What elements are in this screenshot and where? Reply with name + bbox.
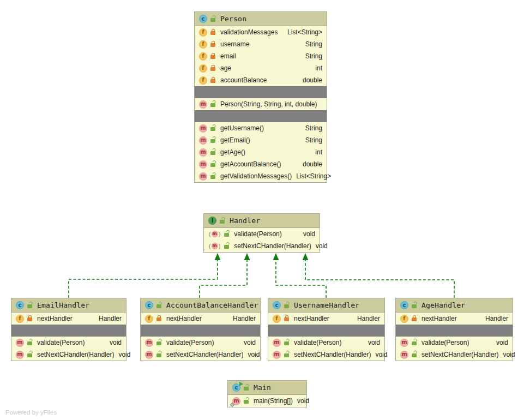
public-lock-icon bbox=[27, 304, 32, 308]
member-row[interactable]: (m)setNextCHandler(Handler)void bbox=[204, 240, 320, 252]
inheritance-edge-EmailHandler-implements-Handler[interactable] bbox=[69, 260, 218, 298]
member-row[interactable]: fnextHandlerHandler bbox=[268, 313, 384, 325]
member-row[interactable]: mmain(String[])void bbox=[228, 395, 306, 407]
yfiles-link[interactable]: yFiles bbox=[40, 409, 57, 416]
inheritance-edge-AccountBalanceHandler-implements-Handler[interactable] bbox=[200, 260, 247, 298]
member-type: String bbox=[301, 124, 322, 132]
method-icon: m bbox=[400, 351, 408, 359]
field-icon: f bbox=[199, 64, 207, 73]
member-row[interactable]: (m)validate(Person)void bbox=[204, 228, 320, 240]
member-row[interactable]: mgetAccountBalance()double bbox=[195, 158, 327, 170]
member-row[interactable]: msetNextCHandler(Handler)void bbox=[141, 349, 260, 361]
member-type: List<String> bbox=[292, 172, 331, 180]
member-name: Person(String, String, int, double) bbox=[220, 100, 317, 108]
member-type: double bbox=[298, 76, 322, 84]
member-type: int bbox=[311, 64, 322, 72]
member-row[interactable]: mgetAge()int bbox=[195, 146, 327, 158]
member-row[interactable]: fageint bbox=[195, 62, 327, 74]
class-icon: c bbox=[16, 301, 24, 309]
node-header: cAccountBalanceHandler bbox=[141, 298, 260, 313]
member-letter: f bbox=[400, 315, 408, 323]
member-row[interactable]: mPerson(String, String, int, double) bbox=[195, 98, 327, 110]
member-row[interactable]: mvalidate(Person)void bbox=[268, 337, 384, 349]
member-name: setNextCHandler(Handler) bbox=[37, 351, 114, 358]
member-row[interactable]: msetNextCHandler(Handler)void bbox=[396, 349, 513, 361]
type-letter: c bbox=[199, 15, 207, 23]
member-letter: m bbox=[273, 339, 281, 347]
public-lock-icon bbox=[156, 353, 161, 357]
member-row[interactable]: mgetValidationMessages()List<String> bbox=[195, 170, 327, 182]
node-title: EmailHandler bbox=[37, 301, 89, 309]
member-row[interactable]: mvalidate(Person)void bbox=[141, 337, 260, 349]
member-row[interactable]: msetNextCHandler(Handler)void bbox=[268, 349, 384, 361]
inheritance-edge-AgeHandler-implements-Handler[interactable] bbox=[305, 260, 454, 298]
private-lock-icon bbox=[412, 317, 417, 321]
section-separator bbox=[396, 325, 513, 337]
node-Handler[interactable]: IHandler(m)validate(Person)void(m)setNex… bbox=[203, 213, 320, 253]
powered-by-text: Powered by bbox=[5, 409, 40, 416]
member-letter: m bbox=[400, 339, 408, 347]
member-type: void bbox=[239, 339, 256, 346]
member-row[interactable]: fvalidationMessagesList<String> bbox=[195, 26, 327, 38]
field-icon: f bbox=[199, 76, 207, 85]
member-row[interactable]: mgetEmail()String bbox=[195, 134, 327, 146]
member-type: String bbox=[301, 40, 322, 48]
member-row[interactable]: fusernameString bbox=[195, 38, 327, 50]
node-title: Main bbox=[254, 383, 271, 392]
run-arrow-icon bbox=[239, 382, 243, 386]
member-type: List<String> bbox=[283, 28, 322, 36]
inheritance-edge-UsernameHandler-implements-Handler[interactable] bbox=[276, 260, 326, 298]
member-letter: m bbox=[199, 160, 207, 169]
paren-open: ( bbox=[209, 243, 211, 249]
node-UsernameHandler[interactable]: cUsernameHandlerfnextHandlerHandlermvali… bbox=[268, 298, 385, 361]
member-row[interactable]: mvalidate(Person)void bbox=[11, 337, 126, 349]
member-name: nextHandler bbox=[166, 315, 202, 322]
method-letter: m bbox=[212, 243, 218, 249]
node-AccountBalanceHandler[interactable]: cAccountBalanceHandlerfnextHandlerHandle… bbox=[140, 298, 261, 361]
node-Person[interactable]: cPersonfvalidationMessagesList<String>fu… bbox=[194, 11, 327, 183]
member-letter: m bbox=[199, 124, 207, 133]
static-method-icon: m bbox=[232, 397, 240, 405]
member-name: age bbox=[220, 64, 231, 72]
member-type: void bbox=[299, 230, 315, 238]
member-letter: m bbox=[199, 148, 207, 157]
public-lock-icon bbox=[412, 304, 417, 308]
public-lock-icon bbox=[27, 341, 32, 345]
field-icon: f bbox=[199, 40, 207, 49]
member-row[interactable]: mgetUsername()String bbox=[195, 122, 327, 134]
member-letter: m bbox=[145, 339, 153, 347]
member-type: double bbox=[298, 160, 322, 168]
member-row[interactable]: fnextHandlerHandler bbox=[396, 313, 513, 325]
public-lock-icon bbox=[210, 163, 215, 167]
public-lock-icon bbox=[210, 127, 215, 131]
method-icon: m bbox=[400, 339, 408, 347]
node-AgeHandler[interactable]: cAgeHandlerfnextHandlerHandlermvalidate(… bbox=[395, 298, 513, 361]
method-icon: m bbox=[199, 160, 207, 169]
member-type: void bbox=[105, 339, 122, 346]
type-letter: c bbox=[145, 301, 153, 309]
member-row[interactable]: faccountBalancedouble bbox=[195, 74, 327, 86]
member-row[interactable]: fnextHandlerHandler bbox=[141, 313, 260, 325]
node-title: Handler bbox=[230, 217, 260, 225]
method-icon: m bbox=[199, 136, 207, 145]
member-row[interactable]: mvalidate(Person)void bbox=[396, 337, 513, 349]
member-name: setNextCHandler(Handler) bbox=[166, 351, 243, 358]
member-letter: m bbox=[273, 351, 281, 359]
member-name: setNextCHandler(Handler) bbox=[421, 351, 498, 358]
public-lock-icon bbox=[156, 341, 161, 345]
public-lock-icon bbox=[284, 353, 289, 357]
node-EmailHandler[interactable]: cEmailHandlerfnextHandlerHandlermvalidat… bbox=[11, 298, 127, 361]
private-lock-icon bbox=[210, 79, 215, 83]
member-row[interactable]: femailString bbox=[195, 50, 327, 62]
section-separator bbox=[268, 325, 384, 337]
member-row[interactable]: fnextHandlerHandler bbox=[11, 313, 126, 325]
member-type: void bbox=[364, 339, 380, 346]
public-lock-icon bbox=[27, 353, 32, 357]
member-name: validationMessages bbox=[220, 28, 278, 36]
member-row[interactable]: msetNextCHandler(Handler)void bbox=[11, 349, 126, 361]
member-name: getUsername() bbox=[220, 124, 264, 132]
section-separator bbox=[195, 110, 327, 122]
private-lock-icon bbox=[210, 67, 215, 71]
diagram-canvas[interactable]: cPersonfvalidationMessagesList<String>fu… bbox=[0, 0, 524, 420]
node-Main[interactable]: cMainmmain(String[])void bbox=[227, 380, 307, 407]
